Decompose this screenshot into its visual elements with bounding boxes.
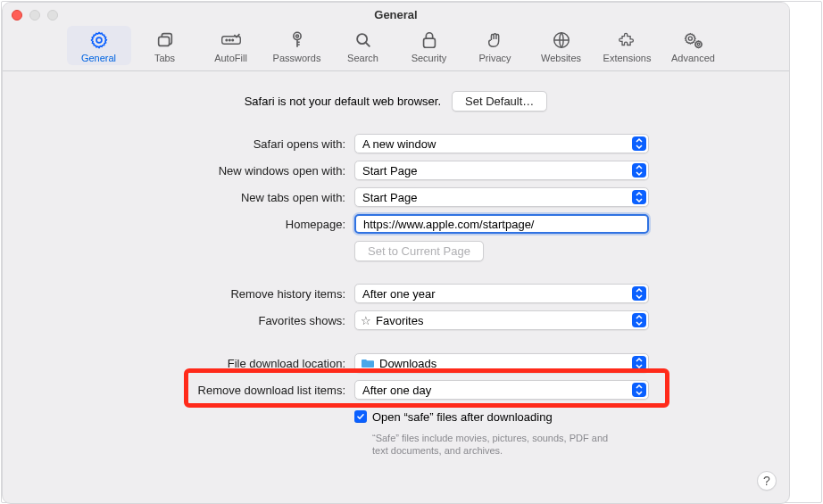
gears-icon (683, 29, 704, 51)
tab-autofill[interactable]: AutoFill (199, 26, 263, 65)
help-button[interactable]: ? (757, 471, 777, 491)
tab-label: General (81, 53, 116, 63)
open-safe-label: Open “safe” files after downloading (372, 410, 553, 424)
tab-label: Privacy (478, 53, 511, 63)
opens-with-popup[interactable]: A new window (354, 134, 649, 153)
svg-point-7 (295, 35, 298, 37)
tab-passwords[interactable]: Passwords (265, 26, 329, 65)
homepage-field[interactable] (354, 214, 649, 234)
download-location-popup[interactable]: Downloads (354, 353, 649, 373)
svg-point-4 (229, 39, 230, 41)
remove-downloads-popup[interactable]: After one day (354, 380, 649, 400)
chevron-up-down-icon (632, 163, 646, 178)
svg-point-8 (357, 34, 367, 44)
svg-rect-2 (221, 37, 240, 45)
new-windows-label: New windows open with: (3, 164, 354, 178)
tab-extensions[interactable]: Extensions (595, 26, 660, 65)
remove-history-popup[interactable]: After one year (354, 284, 649, 303)
svg-point-0 (96, 37, 102, 43)
set-to-current-page-button[interactable]: Set to Current Page (354, 241, 484, 261)
star-icon: ☆ (361, 314, 371, 327)
tab-label: Tabs (154, 53, 175, 63)
svg-rect-9 (423, 38, 435, 47)
chevron-up-down-icon (632, 286, 646, 301)
chevron-up-down-icon (632, 313, 646, 327)
download-location-label: File download location: (3, 357, 354, 370)
chevron-up-down-icon (632, 356, 646, 370)
tab-label: Search (347, 53, 378, 63)
tab-label: Extensions (603, 53, 652, 63)
favorites-shows-popup[interactable]: ☆ Favorites (354, 310, 649, 330)
tab-security[interactable]: Security (397, 26, 461, 65)
window-title: General (3, 8, 789, 21)
svg-point-5 (231, 39, 233, 41)
svg-point-3 (226, 39, 228, 41)
opens-with-label: Safari opens with: (3, 137, 354, 151)
set-default-button[interactable]: Set Default… (452, 91, 547, 112)
new-windows-popup[interactable]: Start Page (354, 161, 649, 180)
remove-downloads-value: After one day (362, 384, 431, 397)
remove-downloads-label: Remove download list items: (3, 384, 354, 397)
autofill-icon (220, 29, 242, 51)
download-location-value: Downloads (379, 357, 436, 370)
chevron-up-down-icon (632, 383, 646, 397)
hand-icon (485, 29, 506, 51)
gear-icon (88, 29, 110, 51)
tab-privacy[interactable]: Privacy (463, 26, 528, 65)
search-icon (353, 29, 374, 51)
favorites-shows-value: Favorites (376, 314, 423, 327)
new-tabs-popup[interactable]: Start Page (354, 187, 649, 207)
globe-icon (551, 29, 572, 51)
tab-label: Websites (541, 53, 581, 63)
opens-with-value: A new window (362, 137, 436, 151)
open-safe-checkbox[interactable] (354, 410, 367, 423)
svg-point-12 (697, 43, 700, 45)
favorites-shows-label: Favorites shows: (3, 314, 354, 327)
remove-history-value: After one year (362, 287, 436, 301)
new-windows-value: Start Page (362, 164, 417, 178)
tab-label: Advanced (671, 53, 715, 63)
homepage-label: Homepage: (3, 218, 354, 231)
tab-label: Security (412, 53, 447, 63)
folder-icon (361, 358, 375, 368)
puzzle-icon (617, 29, 638, 51)
tabs-icon (154, 29, 176, 51)
chevron-up-down-icon (632, 190, 646, 204)
svg-point-6 (293, 32, 300, 39)
chevron-up-down-icon (632, 136, 646, 151)
tab-label: Passwords (273, 53, 321, 63)
remove-history-label: Remove history items: (3, 287, 354, 301)
tab-advanced[interactable]: Advanced (661, 26, 726, 65)
svg-point-11 (688, 37, 692, 40)
tab-search[interactable]: Search (331, 26, 395, 65)
preferences-window: General General Tabs (2, 2, 790, 504)
tab-general[interactable]: General (67, 26, 131, 65)
new-tabs-value: Start Page (362, 191, 417, 204)
tab-tabs[interactable]: Tabs (133, 26, 197, 65)
new-tabs-label: New tabs open with: (3, 191, 354, 204)
key-icon (287, 29, 308, 51)
svg-rect-1 (158, 37, 169, 45)
tab-websites[interactable]: Websites (529, 26, 594, 65)
lock-icon (419, 29, 440, 51)
default-browser-message: Safari is not your default web browser. (245, 95, 441, 108)
open-safe-note: “Safe” files include movies, pictures, s… (354, 432, 622, 458)
tab-label: AutoFill (214, 53, 247, 63)
